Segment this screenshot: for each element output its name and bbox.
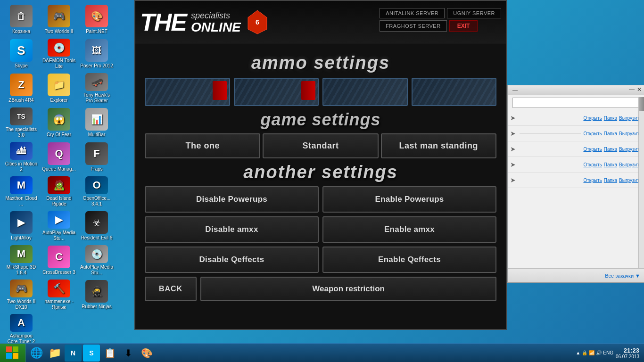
- download-search-input[interactable]: [512, 98, 639, 108]
- taskbar-skype-icon[interactable]: S: [83, 345, 100, 362]
- bottom-action-row: BACK Weapon restriction: [145, 277, 496, 301]
- weapon-restriction-button[interactable]: Weapon restriction: [200, 277, 496, 301]
- taskbar-explorer-icon[interactable]: 📁: [46, 345, 63, 362]
- ammo-slot-3[interactable]: [322, 78, 408, 106]
- start-button[interactable]: [0, 344, 25, 362]
- tray-volume-icon[interactable]: 🔊: [596, 350, 602, 355]
- ammo-slot-1[interactable]: [145, 78, 230, 106]
- icon-twoworlds-label: Two Worlds II: [45, 29, 73, 34]
- game-header: THE specialists ONLINE 6 ANITALINK SERVE…: [135, 1, 506, 43]
- icon-resident-label: Resident Evil 6: [81, 235, 113, 241]
- ammo-slot-4[interactable]: [412, 78, 497, 106]
- taskbar-camera-icon[interactable]: 📋: [101, 345, 118, 362]
- download-scroll-thumb[interactable]: [639, 97, 644, 111]
- icon-dead-label: Dead Island Riptide: [42, 196, 76, 207]
- icon-explorer-label: Explorer: [50, 98, 67, 103]
- icon-twoworlds2-label: Two Worlds II DX10: [4, 299, 38, 310]
- folder-button-3[interactable]: Папка: [604, 147, 617, 152]
- the-one-button[interactable]: The one: [145, 133, 260, 158]
- icon-zbrush[interactable]: Z ZBrush 4R4: [2, 71, 40, 106]
- disable-qeffects-button[interactable]: Disable Qeffects: [145, 247, 319, 273]
- icon-fraps[interactable]: F Fraps: [78, 140, 116, 174]
- anitalink-server-button[interactable]: ANITALINK SERVER: [380, 8, 445, 18]
- ashampoo-icon: A: [10, 314, 33, 332]
- taskbar-ie-icon[interactable]: 🌐: [28, 345, 45, 362]
- icon-cry-label: Cry Of Fear: [47, 132, 71, 138]
- icon-milkshape[interactable]: M MilkShape 3D 1.8.4: [2, 243, 40, 278]
- tray-arrow-icon[interactable]: ▲: [576, 350, 580, 355]
- svg-rect-5: [13, 353, 18, 359]
- last-man-standing-button[interactable]: Last man standing: [381, 133, 496, 158]
- icon-daemon[interactable]: 💿 DAEMON Tools Lite: [40, 37, 78, 71]
- disable-amxx-button[interactable]: Disable amxx: [145, 216, 319, 243]
- icon-cities[interactable]: 🏙 Cities in Motion 2: [2, 140, 40, 174]
- open-button-5[interactable]: Открыть: [583, 178, 602, 183]
- poser-icon: 🖼: [85, 39, 108, 62]
- explorer-icon: 📁: [48, 74, 70, 96]
- open-button-2[interactable]: Открыть: [583, 131, 602, 136]
- all-downloads-button[interactable]: Все закачки ▼: [605, 273, 640, 279]
- icon-rubber[interactable]: 🥷 Rubber Ninjas: [78, 278, 116, 312]
- header-nav-top-row: ANITALINK SERVER UGNIY SERVER: [380, 8, 501, 18]
- icon-queue[interactable]: Q Queue Manag...: [40, 140, 78, 174]
- icon-hammer[interactable]: 🔨 hammer.exe - Ярлык: [40, 278, 78, 312]
- download-item-3: ➤ Открыть Папка Выгрузить: [508, 141, 644, 157]
- icon-lightalloy[interactable]: ▶ LightAlloy: [2, 209, 40, 243]
- icon-crossdress[interactable]: C CrossDresser 3: [40, 243, 78, 278]
- icon-zbrush-label: ZBrush 4R4: [8, 98, 33, 103]
- settings-grid: Disable Powerups Enable Powerups Disable…: [145, 186, 496, 273]
- icon-autoplay[interactable]: ▶ AutoPlay Media Stu...: [40, 209, 78, 243]
- game-logo-icon: 6: [246, 8, 269, 36]
- open-button-1[interactable]: Открыть: [583, 115, 602, 121]
- icon-dvd[interactable]: 💿 AutoPlay Media Stu...: [78, 243, 116, 278]
- icon-maxthon[interactable]: M Maxthon Cloud ...: [2, 174, 40, 209]
- ugniy-server-button[interactable]: UGNIY SERVER: [447, 8, 501, 18]
- icon-ashampoo[interactable]: A Ashampoo Core Tuner 2: [2, 312, 40, 346]
- taskbar-clock[interactable]: 21:23 06.07.2013: [616, 347, 639, 359]
- open-button-4[interactable]: Открыть: [583, 162, 602, 167]
- icon-cities-label: Cities in Motion 2: [4, 161, 38, 173]
- enable-powerups-button[interactable]: Enable Powerups: [322, 186, 496, 213]
- icon-specialists[interactable]: TS The specialists 3.0: [2, 106, 40, 140]
- folder-button-2[interactable]: Папка: [604, 131, 617, 136]
- icon-poser[interactable]: 🖼 Poser Pro 2012: [78, 37, 116, 71]
- download-minimize-button[interactable]: —: [629, 86, 635, 94]
- icon-recycle[interactable]: 🗑 Корзина: [2, 2, 40, 37]
- twoworlds-icon: 🎮: [48, 5, 70, 27]
- autoplay-icon: ▶: [48, 211, 70, 229]
- folder-button-4[interactable]: Папка: [604, 162, 617, 167]
- icon-multibar[interactable]: 📊 MultiBar: [78, 106, 116, 140]
- disable-powerups-button[interactable]: Disable Powerups: [145, 186, 319, 213]
- standart-button[interactable]: Standart: [263, 133, 378, 158]
- rubber-icon: 🥷: [85, 280, 108, 303]
- game-logo: THE specialists ONLINE 6: [135, 1, 269, 43]
- icon-explorer[interactable]: 📁 Explorer: [40, 71, 78, 106]
- folder-button-5[interactable]: Папка: [604, 178, 617, 183]
- icon-twoworlds2[interactable]: 🎮 Two Worlds II DX10: [2, 278, 40, 312]
- exit-button[interactable]: EXIT: [449, 20, 478, 32]
- icon-dead[interactable]: 🧟 Dead Island Riptide: [40, 174, 78, 209]
- icon-openoffice[interactable]: O OpenOffice... 3.4.1: [78, 174, 116, 209]
- icon-tony[interactable]: 🛹 Tony Hawk's Pro Skater: [78, 71, 116, 106]
- taskbar-paint-icon[interactable]: 🎨: [138, 345, 155, 362]
- icon-paint[interactable]: 🎨 Paint.NET: [78, 2, 116, 37]
- taskbar-download-icon[interactable]: ⬇: [120, 345, 137, 362]
- ammo-slot-2[interactable]: [234, 78, 319, 106]
- icon-cry[interactable]: 😱 Cry Of Fear: [40, 106, 78, 140]
- icon-skype[interactable]: S Skype: [2, 37, 40, 71]
- icon-twoworlds[interactable]: 🎮 Two Worlds II: [40, 2, 78, 37]
- cry-icon: 😱: [48, 108, 70, 131]
- download-close-button[interactable]: ✕: [637, 86, 642, 94]
- enable-amxx-button[interactable]: Enable amxx: [322, 216, 496, 243]
- open-button-3[interactable]: Открыть: [583, 147, 602, 152]
- fraghost-server-button[interactable]: FRAGHOST SERVER: [380, 20, 447, 32]
- icon-resident[interactable]: ☣ Resident Evil 6: [78, 209, 116, 243]
- icon-dvd-label: AutoPlay Media Stu...: [80, 264, 114, 276]
- download-scrollbar[interactable]: [638, 97, 644, 268]
- enable-qeffects-button[interactable]: Enable Qeffects: [322, 247, 496, 273]
- tray-lang-label: ENG: [603, 350, 613, 355]
- back-button[interactable]: BACK: [145, 277, 197, 301]
- taskbar-n-icon[interactable]: N: [65, 345, 82, 362]
- logo-online: ONLINE: [191, 20, 241, 37]
- folder-button-1[interactable]: Папка: [604, 115, 617, 121]
